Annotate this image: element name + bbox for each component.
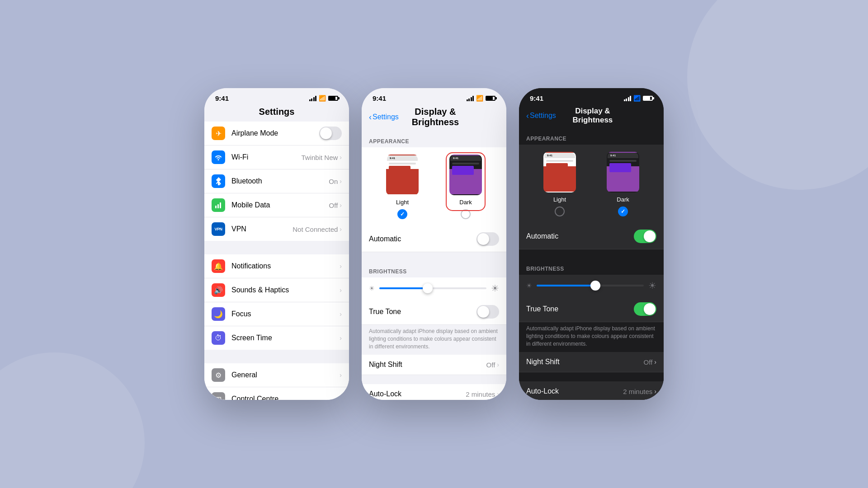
dark-label-2: Dark — [459, 199, 472, 206]
thumb-status-dark-3: 9:41 — [608, 153, 638, 158]
brightness-slider-2[interactable] — [379, 287, 486, 289]
back-label-2: Settings — [373, 113, 399, 121]
nightshift-row-3[interactable]: Night Shift Off › — [519, 352, 664, 372]
thumb-status-light: 9:41 — [387, 155, 418, 161]
airplane-icon: ✈ — [212, 127, 225, 140]
nightshift-chevron-3: › — [654, 358, 656, 366]
appearance-light-2[interactable]: 9:41 Light — [386, 155, 419, 219]
light-radio-3[interactable] — [555, 206, 565, 216]
status-icons-2: 📶 — [467, 95, 496, 102]
autolock-value-3: 2 minutes — [623, 388, 652, 395]
phone-thumb-dark-2: 9:41 — [449, 155, 482, 195]
dark-radio-2[interactable] — [461, 209, 471, 219]
group-divider-2 — [204, 350, 349, 363]
controlcentre-chevron: › — [340, 395, 342, 400]
vpn-value: Not Connected — [292, 225, 338, 233]
thumb-status-light-3: 9:41 — [544, 153, 575, 158]
settings-item-general[interactable]: ⚙ General › — [204, 363, 349, 387]
settings-item-bluetooth[interactable]: Bluetooth On › — [204, 169, 349, 193]
general-chevron: › — [340, 371, 342, 379]
appearance-header-3: APPEARANCE — [519, 128, 664, 145]
wifi-icon-3: 📶 — [633, 95, 641, 102]
thumb-status-dark: 9:41 — [450, 155, 481, 161]
settings-item-mobiledata[interactable]: Mobile Data Off › — [204, 193, 349, 217]
wifi-icon-2: 📶 — [476, 95, 483, 102]
section-gap-3 — [519, 249, 664, 258]
appearance-light-3[interactable]: 9:41 Light — [543, 152, 576, 216]
bluetooth-label: Bluetooth — [231, 177, 329, 185]
brightness-fill-3 — [537, 285, 595, 286]
light-radio-2[interactable] — [397, 209, 407, 219]
autolock-row-2[interactable]: Auto-Lock 2 minutes › — [362, 384, 506, 400]
truetone-toggle-3[interactable] — [634, 302, 656, 316]
phone-settings: 9:41 📶 Settings ✈ — [204, 88, 349, 400]
autolock-chevron-3: › — [654, 388, 656, 395]
nav-title-2: Display & Brightness — [399, 107, 472, 127]
settings-item-notifications[interactable]: 🔔 Notifications › — [204, 254, 349, 278]
focus-chevron: › — [340, 310, 342, 318]
battery-icon-1 — [328, 96, 338, 101]
vpn-label: VPN — [231, 225, 292, 233]
dark-label-3: Dark — [617, 196, 629, 203]
wifi-label: Wi-Fi — [231, 153, 301, 161]
db-content-dark: APPEARANCE 9:41 Light — [519, 128, 664, 400]
brightness-header-2: BRIGHTNESS — [362, 261, 506, 277]
screentime-label: Screen Time — [231, 334, 340, 342]
settings-item-vpn[interactable]: VPN VPN Not Connected › — [204, 217, 349, 241]
settings-item-screentime[interactable]: ⏱ Screen Time › — [204, 326, 349, 350]
notifications-icon: 🔔 — [212, 259, 225, 273]
settings-item-sounds[interactable]: 🔊 Sounds & Haptics › — [204, 278, 349, 302]
automatic-label-3: Automatic — [526, 232, 634, 240]
automatic-row-3[interactable]: Automatic — [519, 224, 664, 249]
phone-thumb-light-3: 9:41 — [543, 152, 576, 192]
autolock-label-2: Auto-Lock — [369, 390, 466, 398]
truetone-toggle-2[interactable] — [476, 305, 499, 319]
automatic-label-2: Automatic — [369, 235, 476, 243]
appearance-row-3: 9:41 Light 9:41 — [519, 145, 664, 224]
sun-small-icon-3: ☀ — [526, 282, 532, 289]
sounds-chevron: › — [340, 286, 342, 294]
brightness-knob-3[interactable] — [590, 281, 600, 291]
truetone-label-2: True Tone — [369, 308, 476, 316]
battery-icon-3 — [643, 96, 653, 101]
vpn-icon: VPN — [212, 222, 225, 236]
dark-radio-3[interactable] — [618, 206, 628, 216]
settings-item-airplane[interactable]: ✈ Airplane Mode — [204, 122, 349, 145]
truetone-row-2[interactable]: True Tone — [362, 299, 506, 325]
truetone-row-3[interactable]: True Tone — [519, 296, 664, 322]
status-bar-1: 9:41 📶 — [204, 88, 349, 105]
automatic-toggle-3[interactable] — [634, 230, 656, 243]
automatic-row-2[interactable]: Automatic — [362, 226, 506, 252]
general-label: General — [231, 371, 340, 379]
automatic-toggle-2[interactable] — [476, 232, 499, 246]
signal-icon-3 — [624, 96, 632, 101]
appearance-dark-2[interactable]: 9:41 Dark — [449, 155, 482, 219]
brightness-knob-2[interactable] — [423, 283, 433, 293]
back-btn-2[interactable]: ‹ Settings — [369, 113, 399, 122]
back-chevron-3: ‹ — [526, 111, 529, 121]
appearance-row-2: 9:41 Light 9:41 — [362, 147, 506, 226]
nightshift-row-2[interactable]: Night Shift Off › — [362, 355, 506, 375]
notifications-chevron: › — [340, 263, 342, 270]
settings-group-display: ⚙ General › ⊞ Control Centre › AA Displa… — [204, 363, 349, 400]
appearance-dark-3[interactable]: 9:41 Dark — [607, 152, 639, 216]
nightshift-value-3: Off — [644, 358, 653, 366]
appearance-header-2: APPEARANCE — [362, 131, 506, 147]
wifi-value: Twinbit New — [301, 154, 338, 161]
brightness-slider-3[interactable] — [537, 285, 644, 286]
settings-item-focus[interactable]: 🌙 Focus › — [204, 302, 349, 326]
settings-item-wifi[interactable]: Wi-Fi Twinbit New › — [204, 145, 349, 169]
time-2: 9:41 — [373, 94, 386, 102]
sounds-icon: 🔊 — [212, 283, 225, 297]
back-btn-3[interactable]: ‹ Settings — [526, 111, 556, 121]
sun-small-icon-2: ☀ — [369, 285, 375, 292]
status-icons-3: 📶 — [624, 95, 653, 102]
settings-item-controlcentre[interactable]: ⊞ Control Centre › — [204, 387, 349, 400]
svg-rect-4 — [217, 204, 219, 208]
airplane-toggle[interactable] — [319, 127, 342, 140]
sun-large-icon-2: ☀ — [491, 283, 499, 294]
wifi-chevron: › — [340, 154, 342, 161]
bluetooth-value: On — [329, 178, 338, 185]
controlcentre-label: Control Centre — [231, 395, 340, 400]
autolock-row-3[interactable]: Auto-Lock 2 minutes › — [519, 381, 664, 400]
